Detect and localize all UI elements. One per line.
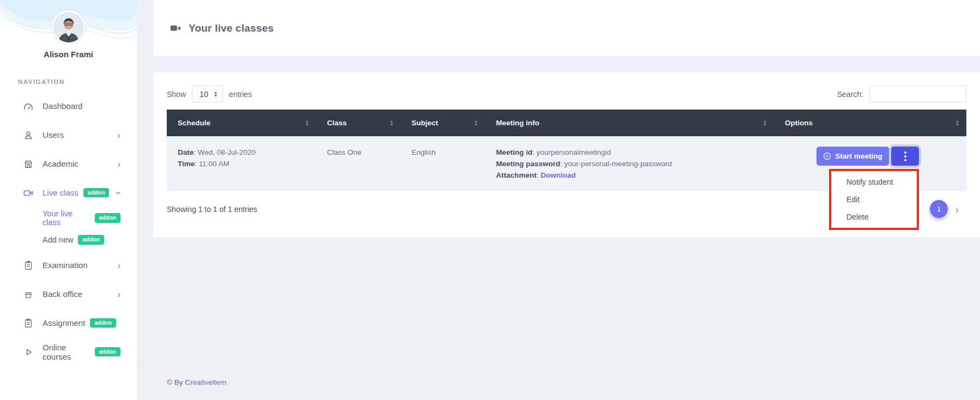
sidebar-item-label: Online courses xyxy=(43,343,90,361)
next-page-icon[interactable]: › xyxy=(955,204,959,215)
sort-icon: ▲▼ xyxy=(474,119,478,126)
sidebar-item-your-live-class[interactable]: Your live class addon xyxy=(0,207,137,229)
table-header-row: Schedule ▲▼ Class ▲▼ Subject ▲▼ Meeting … xyxy=(167,110,966,136)
sidebar-item-back-office[interactable]: Back office › xyxy=(0,280,137,308)
addon-badge: addon xyxy=(78,235,104,245)
page-1-button[interactable]: 1 xyxy=(930,200,948,218)
sidebar-item-dashboard[interactable]: Dashboard xyxy=(0,92,137,120)
video-camera-icon xyxy=(23,187,34,198)
column-header-subject[interactable]: Subject ▲▼ xyxy=(401,110,485,136)
entries-label: entries xyxy=(229,90,252,99)
academic-icon xyxy=(23,159,34,169)
column-header-meeting-info[interactable]: Meeting info ▲▼ xyxy=(485,110,774,136)
page-header: Your live classes xyxy=(153,0,980,56)
footer: © By Creativeitem xyxy=(137,366,980,400)
sidebar-item-online-courses[interactable]: Online courses addon xyxy=(0,337,137,366)
column-header-class[interactable]: Class ▲▼ xyxy=(316,110,401,136)
sidebar-nav: Dashboard Users › Academic › xyxy=(0,92,137,366)
chevron-right-icon: › xyxy=(117,159,120,169)
creativeitem-link[interactable]: Creativeitem xyxy=(185,378,226,386)
sidebar-item-label: Dashboard xyxy=(43,101,82,111)
stepper-icon: ▲▼ xyxy=(214,91,217,98)
user-name: Alison Frami xyxy=(0,50,137,59)
start-meeting-button[interactable]: Start meeting xyxy=(816,147,889,166)
pagination: 1 › xyxy=(930,200,959,218)
page-size-select[interactable]: 10 ▲▼ xyxy=(192,86,223,102)
sidebar-item-academic[interactable]: Academic › xyxy=(0,149,137,178)
menu-item-edit[interactable]: Edit xyxy=(831,191,917,208)
dashboard-icon xyxy=(23,101,34,112)
avatar[interactable] xyxy=(53,12,84,43)
clipboard-icon xyxy=(23,318,34,329)
class-cell: Class One xyxy=(316,136,401,191)
options-button-group: Start meeting Notify student Edit Delete xyxy=(816,147,919,166)
addon-badge: addon xyxy=(95,347,121,357)
chevron-right-icon: › xyxy=(117,289,120,299)
menu-item-notify-student[interactable]: Notify student xyxy=(831,173,917,191)
page-size-value: 10 xyxy=(199,90,208,99)
addon-badge: addon xyxy=(83,188,110,198)
content-panel: Show 10 ▲▼ entries Search: Schedule xyxy=(153,72,980,237)
sort-icon: ▲▼ xyxy=(390,119,394,126)
sidebar-item-label: Add new xyxy=(43,235,73,244)
copyright-text: © By xyxy=(167,378,185,386)
schedule-cell: Date: Wed, 08-Jul-2020 Time: 11:00 AM xyxy=(167,136,316,191)
play-icon xyxy=(23,347,34,357)
addon-badge: addon xyxy=(95,213,121,223)
table-row: Date: Wed, 08-Jul-2020 Time: 11:00 AM Cl… xyxy=(167,136,966,191)
main-content: Your live classes Show 10 ▲▼ entries Sea… xyxy=(137,0,980,400)
sidebar-item-label: Live class xyxy=(43,188,78,197)
sidebar-item-label: Academic xyxy=(43,159,78,168)
column-header-schedule[interactable]: Schedule ▲▼ xyxy=(167,110,316,136)
sidebar-item-label: Examination xyxy=(43,260,88,270)
options-dropdown-toggle[interactable] xyxy=(891,147,919,166)
tray-icon xyxy=(23,289,34,300)
sidebar-item-assignment[interactable]: Assignment addon xyxy=(0,308,137,337)
chevron-down-icon: › xyxy=(114,191,124,195)
search-input[interactable] xyxy=(869,86,966,102)
meeting-info-cell: Meeting id: yourpersonalmeetingid Meetin… xyxy=(485,136,774,191)
addon-badge: addon xyxy=(90,318,116,328)
sidebar-item-label: Users xyxy=(43,130,64,140)
search-control: Search: xyxy=(837,86,966,102)
sidebar-item-examination[interactable]: Examination › xyxy=(0,251,137,280)
download-link[interactable]: Download xyxy=(541,171,576,179)
video-camera-icon xyxy=(170,22,182,34)
menu-item-delete[interactable]: Delete xyxy=(831,208,917,226)
entries-summary: Showing 1 to 1 of 1 entries xyxy=(167,205,257,214)
nav-section-label: NAVIGATION xyxy=(0,78,137,85)
sort-icon: ▲▼ xyxy=(955,119,959,126)
live-classes-table: Schedule ▲▼ Class ▲▼ Subject ▲▼ Meeting … xyxy=(167,110,966,191)
search-label: Search: xyxy=(837,90,863,99)
kebab-icon xyxy=(904,151,906,154)
sidebar-item-label: Assignment xyxy=(43,318,85,328)
sidebar-item-users[interactable]: Users › xyxy=(0,120,137,149)
chevron-right-icon: › xyxy=(117,260,120,270)
options-cell: Start meeting Notify student Edit Delete xyxy=(774,136,966,191)
show-label: Show xyxy=(167,90,186,99)
clipboard-icon xyxy=(23,260,34,271)
options-dropdown-menu: Notify student Edit Delete xyxy=(829,169,919,230)
sidebar-item-label: Back office xyxy=(43,289,82,299)
profile-block: Alison Frami xyxy=(0,0,137,59)
show-entries-control: Show 10 ▲▼ entries xyxy=(167,86,252,102)
sidebar-item-live-class[interactable]: Live class addon › xyxy=(0,178,137,207)
sort-icon: ▲▼ xyxy=(305,119,309,126)
users-icon xyxy=(23,130,34,141)
play-circle-icon xyxy=(823,152,831,160)
chevron-right-icon: › xyxy=(117,130,120,140)
table-controls: Show 10 ▲▼ entries Search: xyxy=(167,86,966,102)
page-title: Your live classes xyxy=(189,22,274,34)
subject-cell: English xyxy=(401,136,485,191)
sidebar: Alison Frami NAVIGATION Dashboard Users … xyxy=(0,0,137,400)
sort-icon: ▲▼ xyxy=(763,119,767,126)
column-header-options[interactable]: Options ▲▼ xyxy=(774,110,966,136)
sidebar-item-label: Your live class xyxy=(43,209,90,227)
sidebar-item-add-new[interactable]: Add new addon xyxy=(0,229,137,251)
